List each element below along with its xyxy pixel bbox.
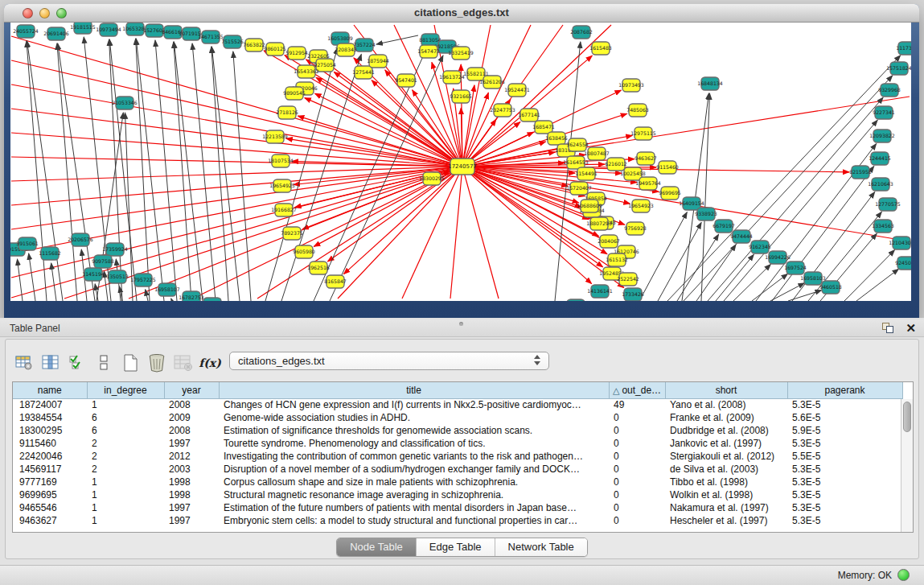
network-node[interactable]: 17240577 [448, 159, 477, 175]
select-columns-icon[interactable] [39, 352, 63, 373]
network-node[interactable]: 1638456 [545, 132, 568, 145]
network-node[interactable]: 1615483 [589, 42, 612, 55]
network-node[interactable]: 10973493 [618, 79, 644, 92]
network-node[interactable]: 12975115 [630, 127, 656, 140]
network-node[interactable]: 1677141 [518, 109, 540, 122]
minimize-window-button[interactable] [39, 8, 50, 19]
network-node[interactable]: 8215958 [849, 166, 872, 179]
network-node[interactable]: 9460518 [819, 281, 842, 294]
network-node[interactable]: 9547401 [395, 74, 417, 87]
column-header-name[interactable]: name [13, 382, 87, 398]
network-node[interactable]: 9329968 [878, 84, 901, 97]
network-node[interactable]: 10807487 [584, 147, 610, 160]
network-node[interactable]: 7892375 [281, 227, 303, 240]
table-row[interactable]: 2242004622012Investigating the contribut… [13, 450, 902, 463]
network-node[interactable]: 2084067 [598, 235, 620, 248]
delete-table-icon[interactable] [171, 352, 195, 373]
network-node[interactable]: 3915061 [16, 237, 39, 250]
network-node[interactable]: 15720407 [566, 182, 592, 195]
network-node[interactable]: 1117345 [896, 42, 911, 55]
table-panel-titlebar[interactable]: Table Panel ✕ [0, 319, 924, 337]
network-node[interactable]: 1350513 [106, 270, 129, 283]
network-node[interactable]: 19654923 [628, 200, 654, 212]
network-node[interactable]: 9860125 [264, 43, 286, 56]
close-window-button[interactable] [23, 8, 33, 19]
network-node[interactable]: 13325419 [448, 47, 474, 60]
column-header-out-degree[interactable]: △out_de… [609, 382, 665, 398]
network-node[interactable]: 1733426 [622, 288, 644, 301]
network-node[interactable]: 6216012 [605, 158, 627, 171]
network-node[interactable]: 9245022 [565, 299, 587, 301]
network-node[interactable]: 12213589 [262, 130, 288, 143]
new-table-icon[interactable] [118, 352, 142, 373]
network-node[interactable]: 16958107 [154, 283, 180, 296]
network-node[interactable]: 9227341 [873, 106, 895, 119]
table-row[interactable]: 977716911998Corpus callosum shape and si… [13, 476, 902, 488]
network-node[interactable]: 1334563 [872, 220, 894, 233]
network-node[interactable]: 16782753 [179, 291, 204, 301]
memory-ok-indicator-icon[interactable] [897, 569, 910, 581]
tab-edge-table[interactable]: Edge Table [416, 538, 495, 556]
network-node[interactable]: 9321665 [450, 90, 472, 103]
network-canvas[interactable]: 2405572420691406191815151097349410653287… [10, 23, 911, 301]
network-node[interactable]: 9245032 [895, 257, 911, 270]
network-node[interactable]: 14671355 [198, 31, 224, 43]
table-row[interactable]: 911546021997Tourette syndrome. Phenomeno… [13, 437, 902, 450]
network-node[interactable]: 2208343 [335, 43, 357, 56]
network-node[interactable]: 9097588 [92, 255, 114, 268]
network-node[interactable]: 24055724 [13, 25, 39, 38]
network-node[interactable]: 19613724 [439, 71, 465, 84]
tab-network-table[interactable]: Network Table [495, 538, 587, 556]
network-node[interactable]: 1244415 [869, 152, 891, 165]
network-node[interactable]: 19495764 [635, 177, 661, 190]
table-selector-dropdown[interactable]: citations_edges.txt [229, 352, 549, 370]
network-node[interactable]: 17359924 [102, 243, 128, 256]
network-node[interactable]: 1615132 [606, 253, 628, 266]
network-node[interactable]: 9699695 [659, 187, 681, 200]
network-node[interactable]: 16261206 [479, 76, 505, 89]
network-node[interactable]: 9605980 [293, 245, 315, 258]
network-node[interactable]: 9338923 [695, 208, 717, 220]
network-node[interactable]: 9162345 [749, 241, 771, 253]
network-node[interactable]: 16210643 [868, 178, 893, 191]
network-node[interactable]: 1115682 [39, 247, 61, 260]
table-row[interactable]: 946362711997Embryonic stem cells: a mode… [13, 514, 902, 527]
network-node[interactable]: 8165847 [324, 275, 347, 288]
column-header-year[interactable]: year [164, 382, 219, 398]
network-node[interactable]: 20691406 [43, 27, 69, 40]
column-header-title[interactable]: title [219, 382, 609, 398]
network-node[interactable]: 19654925 [269, 179, 295, 192]
network-node[interactable]: 1697524 [784, 262, 807, 274]
network-node[interactable]: 2124853 [201, 298, 224, 301]
network-node[interactable]: 3624554 [566, 138, 589, 151]
table-settings-icon[interactable] [12, 352, 36, 373]
network-node[interactable]: 23247753 [490, 104, 515, 117]
network-node[interactable]: 18107534 [268, 154, 294, 167]
window-titlebar[interactable]: citations_edges.txt [4, 4, 919, 23]
splitter-grip[interactable] [459, 322, 463, 326]
network-node[interactable]: 10973494 [96, 23, 121, 36]
network-node[interactable]: 7515526 [221, 35, 244, 48]
delete-columns-trash-icon[interactable] [145, 352, 169, 373]
network-node[interactable]: 9463627 [634, 152, 657, 165]
tab-node-table[interactable]: Node Table [337, 538, 416, 556]
network-node[interactable]: 16543362 [294, 65, 319, 78]
network-node[interactable]: 17957225 [130, 274, 156, 286]
network-node[interactable]: 2087682 [570, 26, 593, 39]
table-row[interactable]: 1872400712008Changes of HCN gene express… [13, 398, 902, 411]
network-node[interactable]: 19181515 [70, 23, 96, 34]
network-node[interactable]: 18807293 [586, 217, 612, 230]
float-panel-icon[interactable] [882, 323, 895, 334]
network-node[interactable]: 19166827 [271, 204, 297, 216]
network-node[interactable]: 10688609 [577, 200, 602, 212]
function-builder-icon[interactable]: f(x) [198, 352, 222, 373]
network-node[interactable]: 1875944 [367, 55, 389, 68]
scrollbar-thumb[interactable] [903, 402, 911, 432]
column-header-in-degree[interactable]: in_degree [87, 382, 164, 398]
network-node[interactable]: 1962516 [307, 262, 330, 274]
table-vertical-scrollbar[interactable] [901, 399, 913, 532]
network-node[interactable]: 9115460 [656, 161, 679, 174]
table-row[interactable]: 1830029562008Estimation of significance … [13, 424, 902, 437]
row-height-toggle-icon[interactable] [92, 352, 116, 373]
network-node[interactable]: 6679197 [713, 220, 735, 233]
